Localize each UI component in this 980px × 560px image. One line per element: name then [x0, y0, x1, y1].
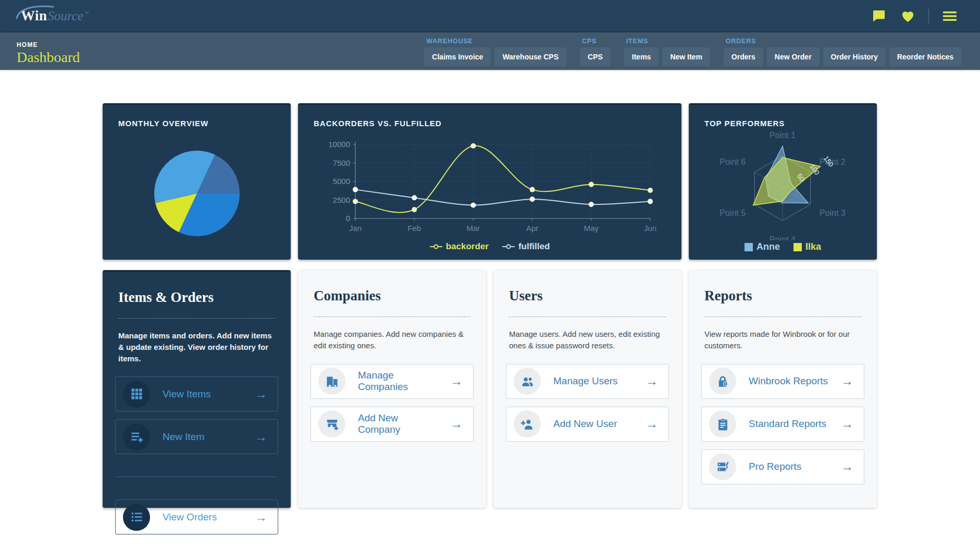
actions-list: View Items→New Item→View Orders→	[115, 376, 278, 534]
legend-item-ilka: Ilka	[793, 241, 821, 252]
menu-icon[interactable]	[942, 9, 957, 23]
dashed-divider	[509, 316, 666, 317]
solid-divider	[116, 477, 277, 477]
add-new-user-button[interactable]: Add New User→	[506, 407, 669, 442]
radar-chart-legend: AnneIlka	[745, 241, 821, 252]
backorders-fulfilled-card: BACKORDERS VS. FULFILLED 025005000750010…	[298, 103, 681, 260]
svg-text:2500: 2500	[333, 196, 350, 204]
nav-button-items[interactable]: Items	[624, 47, 659, 66]
page-title: Dashboard	[17, 50, 80, 65]
action-label: Pro Reports	[749, 461, 828, 472]
action-label: Standard Reports	[749, 418, 828, 430]
lock-badge-icon	[709, 368, 736, 395]
section-description: Manage users. Add new users, edit existi…	[509, 328, 666, 351]
grid-icon	[123, 381, 150, 408]
charts-row: MONTHLY OVERVIEW BACKORDERS VS. FULFILLE…	[103, 103, 877, 260]
view-orders-button[interactable]: View Orders→	[115, 500, 278, 534]
line-chart-legend: backorderfulfilled	[430, 241, 550, 252]
nav-button-order-history[interactable]: Order History	[823, 47, 886, 66]
svg-text:May: May	[584, 224, 599, 233]
section-description: View reports made for Winbrook or for ou…	[704, 328, 861, 351]
logo-trademark: ™	[84, 11, 89, 16]
action-label: Winbrook Reports	[749, 375, 828, 387]
svg-text:7500: 7500	[333, 159, 350, 167]
arrow-right-icon: →	[450, 375, 463, 387]
action-label: View Orders	[163, 512, 242, 523]
chart-title: MONTHLY OVERVIEW	[103, 105, 291, 128]
top-performers-card: TOP PERFORMERS Point 1Point 2Point 3Poin…	[689, 103, 877, 260]
nav-group-label: WAREHOUSE	[426, 38, 566, 45]
svg-text:Feb: Feb	[407, 224, 421, 233]
nav-button-new-item[interactable]: New Item	[662, 47, 710, 66]
database-bolt-icon	[709, 453, 736, 480]
reports-card: Reports View reports made for Winbrook o…	[689, 270, 877, 508]
standard-reports-button[interactable]: Standard Reports→	[701, 407, 864, 442]
arrow-right-icon: →	[255, 431, 267, 443]
radar-axis-label: Point 1	[770, 131, 796, 140]
sections-row: Items & Orders Manage items and orders. …	[103, 270, 877, 508]
nav-button-claims-invoice[interactable]: Claims Invoice	[424, 47, 491, 66]
dashed-divider	[704, 316, 861, 317]
section-title: Reports	[704, 288, 861, 304]
user-add-icon	[514, 410, 541, 437]
monthly-overview-card: MONTHLY OVERVIEW	[103, 103, 291, 260]
add-new-company-button[interactable]: Add New Company→	[311, 407, 474, 442]
nav-group-label: ITEMS	[626, 38, 710, 45]
nav-group-cps: CPSCPS	[580, 36, 611, 70]
arrow-right-icon: →	[255, 388, 267, 400]
section-title: Companies	[314, 288, 470, 304]
section-title: Items & Orders	[118, 289, 275, 306]
nav-button-new-order[interactable]: New Order	[767, 47, 820, 66]
legend-item-fulfilled: fulfilled	[502, 241, 550, 252]
radar-axis-label: Point 4	[770, 235, 796, 240]
users-card: Users Manage users. Add new users, edit …	[493, 270, 681, 508]
actions-list: Manage Companies→Add New Company→	[311, 364, 474, 442]
svg-text:Apr: Apr	[526, 224, 538, 233]
svg-text:Jan: Jan	[349, 224, 362, 233]
arrow-right-icon: →	[841, 418, 853, 430]
manage-companies-button[interactable]: Manage Companies→	[311, 364, 474, 399]
nav-group-label: CPS	[582, 38, 611, 45]
radar-axis-label: Point 3	[820, 209, 846, 217]
arrow-right-icon: →	[841, 375, 853, 387]
section-title: Users	[509, 288, 666, 304]
action-label: Add New Company	[358, 412, 438, 435]
radar-axis-label: Point 5	[720, 209, 746, 217]
nav-button-reorder-notices[interactable]: Reorder Notices	[889, 47, 961, 66]
chart-title: TOP PERFORMERS	[689, 105, 877, 128]
logo-text-source: Source	[48, 9, 84, 23]
users-icon	[514, 368, 541, 395]
heart-icon[interactable]	[900, 9, 915, 23]
new-item-button[interactable]: New Item→	[115, 419, 278, 454]
nav-button-warehouse-cps[interactable]: Warehouse CPS	[494, 47, 566, 66]
action-label: Manage Companies	[358, 370, 438, 393]
nav-group-orders: ORDERSOrdersNew OrderOrder HistoryReorde…	[724, 36, 961, 70]
chat-icon[interactable]	[872, 9, 887, 23]
nav-group-warehouse: WAREHOUSEClaims InvoiceWarehouse CPS	[424, 36, 566, 70]
list-icon	[123, 504, 150, 531]
top-navbar: WinSource™	[0, 0, 980, 32]
section-description: Manage companies. Add new companies & ed…	[314, 328, 470, 351]
clipboard-icon	[709, 410, 736, 437]
winsource-logo[interactable]: WinSource™	[21, 8, 89, 24]
legend-item-anne: Anne	[745, 241, 780, 252]
view-items-button[interactable]: View Items→	[115, 376, 278, 411]
store-add-icon	[318, 410, 345, 437]
breadcrumb-section: HOME	[17, 41, 80, 48]
radar-axis-label: Point 6	[720, 157, 746, 166]
nav-button-cps[interactable]: CPS	[580, 47, 611, 66]
action-label: Add New User	[553, 418, 633, 430]
arrow-right-icon: →	[646, 375, 658, 387]
pro-reports-button[interactable]: Pro Reports→	[701, 449, 864, 484]
action-label: Manage Users	[553, 375, 633, 387]
dashed-divider	[118, 318, 275, 319]
winbrook-reports-button[interactable]: Winbrook Reports→	[701, 364, 864, 399]
manage-users-button[interactable]: Manage Users→	[506, 364, 669, 399]
actions-list: Manage Users→Add New User→	[506, 364, 669, 442]
topbar-actions	[872, 9, 957, 23]
radar-chart: Point 1Point 2Point 3Point 4Point 5Point…	[689, 130, 877, 260]
action-label: New Item	[163, 431, 242, 443]
dashboard-content: MONTHLY OVERVIEW BACKORDERS VS. FULFILLE…	[103, 103, 877, 508]
nav-button-orders[interactable]: Orders	[724, 47, 763, 66]
arrow-right-icon: →	[450, 418, 463, 430]
